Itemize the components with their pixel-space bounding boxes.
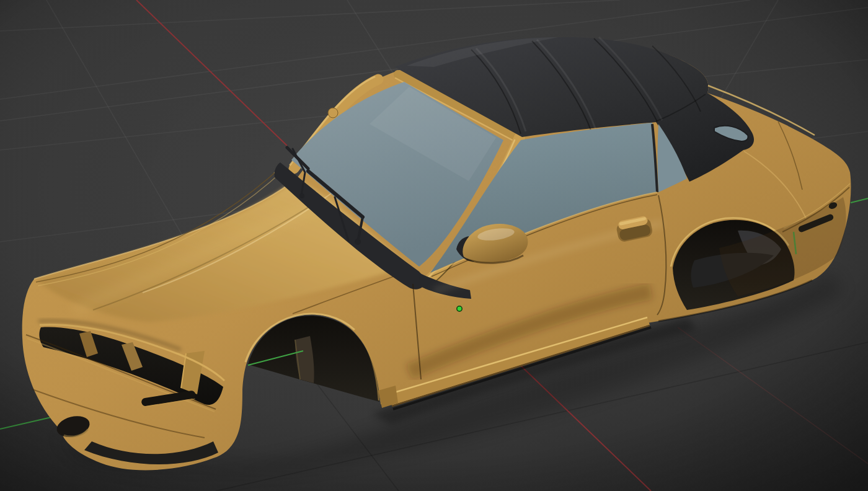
scene-svg bbox=[0, 0, 868, 491]
viewport-3d[interactable] bbox=[0, 0, 868, 491]
object-origin-marker bbox=[457, 306, 462, 311]
antenna-base bbox=[328, 108, 338, 118]
